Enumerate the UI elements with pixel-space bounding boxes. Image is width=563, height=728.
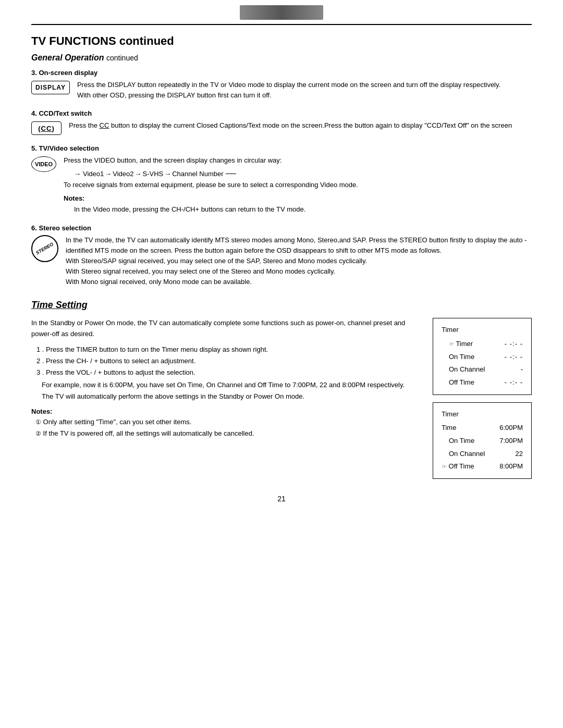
section-5-text: Press the VIDEO button, and the screen d…: [64, 155, 532, 215]
section-4-title: 4. CCD/Text switch: [31, 109, 532, 117]
section-6-title: 6. Stereo selection: [31, 224, 532, 232]
cc-text-ref: CC: [100, 121, 109, 129]
cursor-icon-1: ☞: [449, 341, 454, 347]
flow-item-3: S-VHS: [143, 169, 164, 179]
timer-row-2-2: On Time 7:00PM: [442, 435, 523, 448]
page: TV FUNCTIONS continued General Operation…: [0, 0, 563, 728]
notes-time-items: ① Only after setting "Time", can you set…: [35, 416, 417, 439]
section-3-text: Press the DISPLAY button repeatedly in t…: [77, 80, 532, 100]
step-3: 3 . Press the VOL- / + buttons to adjust…: [36, 367, 417, 378]
general-operation-continued: continued: [106, 54, 138, 62]
flow-arrow-3: →: [164, 169, 171, 179]
section-3-content: DISPLAY Press the DISPLAY button repeate…: [31, 80, 532, 100]
note-1: ① Only after setting "Time", can you set…: [35, 416, 417, 428]
section-heading: General Operation continued: [31, 53, 532, 63]
flow-item-4: Channel Number: [172, 169, 223, 179]
flow-arrow-1: →: [105, 169, 112, 179]
timer-row-1-3: On Channel -: [442, 363, 523, 376]
time-setting-left: In the Standby or Power On mode, the TV …: [31, 318, 417, 439]
section-4-text: Press the CC button to display the curre…: [69, 120, 532, 131]
section-6-text: In the TV mode, the TV can automatically…: [66, 235, 532, 288]
section-6-content: STEREO In the TV mode, the TV can automa…: [31, 235, 532, 288]
flow-arrow-end: [226, 174, 236, 174]
header-line: [31, 24, 532, 25]
section-5-content: VIDEO Press the VIDEO button, and the sc…: [31, 155, 532, 215]
notes-time-section: Notes: ① Only after setting "Time", can …: [31, 408, 417, 439]
notes-5-label: Notes:: [64, 193, 532, 204]
header-graphic: [240, 5, 323, 20]
header-graphic-container: [31, 0, 532, 20]
video-icon: VIDEO: [31, 156, 56, 172]
timer-row-2-4: ☞ Off Time 8:00PM: [442, 460, 523, 473]
section-stereo: 6. Stereo selection STEREO In the TV mod…: [31, 224, 532, 288]
general-operation-label: General Operation: [31, 53, 104, 62]
flow-item-1: Video1: [83, 169, 104, 179]
timer-row-1-2: On Time - -:- -: [442, 351, 523, 364]
flow-arrow-start: →: [74, 169, 81, 179]
section-3-title: 3. On-screen display: [31, 69, 532, 77]
time-setting-layout: In the Standby or Power On mode, the TV …: [31, 318, 532, 479]
time-setting-body: In the Standby or Power On mode, the TV …: [31, 318, 417, 340]
cc-icon: (CC): [31, 121, 62, 135]
timer-row-1-4: Off Time - -:- -: [442, 376, 523, 389]
cursor-icon-2: ☞: [442, 463, 447, 470]
section-ccd-text: 4. CCD/Text switch (CC) Press the CC but…: [31, 109, 532, 135]
time-setting-right: Timer ☞ Timer - -:- - On Time - -:- - On…: [433, 318, 532, 479]
page-number: 21: [31, 495, 532, 503]
section-4-content: (CC) Press the CC button to display the …: [31, 120, 532, 135]
section-tv-video: 5. TV/Video selection VIDEO Press the VI…: [31, 144, 532, 215]
step-1: 1 . Press the TIMER button to turn on th…: [36, 344, 417, 355]
flow-diagram: → Video1 → Video2 → S-VHS → Channel Numb…: [74, 169, 532, 179]
timer-row-1-1: ☞ Timer - -:- -: [442, 338, 523, 351]
step-2: 2 . Press the CH- / + buttons to select …: [36, 355, 417, 367]
section-5-title: 5. TV/Video selection: [31, 144, 532, 152]
display-icon: DISPLAY: [31, 81, 70, 94]
timer-box-2-title: Timer: [442, 408, 523, 421]
section-onscreen-display: 3. On-screen display DISPLAY Press the D…: [31, 69, 532, 100]
stereo-icon: STEREO: [31, 235, 58, 262]
flow-arrow-2: →: [135, 169, 142, 179]
time-setting-heading: Time Setting: [31, 300, 532, 311]
timer-row-2-1: Time 6:00PM: [442, 422, 523, 435]
step-example: For example, now it is 6:00PM, you have …: [42, 379, 417, 402]
notes-5-text: In the Video mode, pressing the CH-/CH+ …: [74, 204, 532, 215]
main-title: TV FUNCTIONS continued: [31, 34, 532, 48]
timer-box-2: Timer Time 6:00PM On Time 7:00PM On Chan…: [433, 402, 532, 479]
timer-box-1-title: Timer: [442, 324, 523, 337]
notes-time-label: Notes:: [31, 408, 417, 415]
flow-item-2: Video2: [113, 169, 133, 179]
note-2: ② If the TV is powered off, all the sett…: [35, 428, 417, 439]
timer-box-1: Timer ☞ Timer - -:- - On Time - -:- - On…: [433, 318, 532, 394]
timer-row-2-3: On Channel 22: [442, 448, 523, 461]
